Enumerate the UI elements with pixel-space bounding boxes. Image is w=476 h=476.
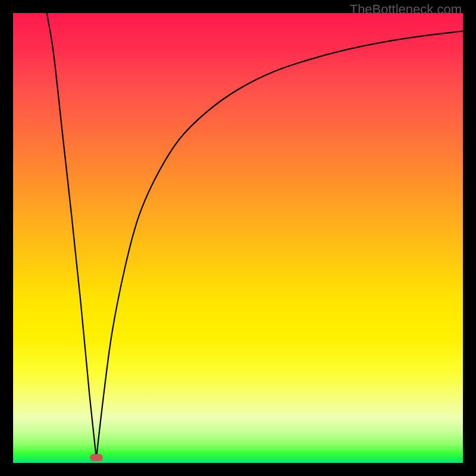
chart-area — [13, 13, 463, 463]
minimum-marker — [90, 454, 103, 461]
watermark-text: TheBottleneck.com — [350, 2, 462, 17]
right-branch-curve — [96, 31, 463, 458]
left-branch-curve — [47, 13, 96, 458]
chart-curves — [13, 13, 463, 463]
